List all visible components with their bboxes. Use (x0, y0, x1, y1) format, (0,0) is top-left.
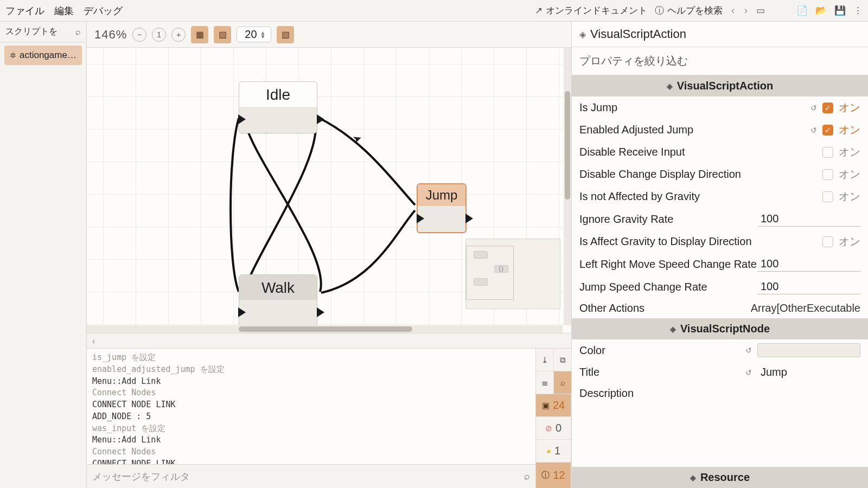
zoom-out-button[interactable]: − (132, 28, 146, 42)
gear-icon: ✲ (10, 51, 16, 60)
script-item-actiongame[interactable]: ✲ actiongame… (4, 46, 82, 65)
console-filter-info[interactable]: ⓘ 12 (536, 463, 571, 488)
checkbox[interactable] (822, 236, 833, 247)
console-line: CONNECT NODE LINK (92, 458, 530, 464)
console-line: Connect Nodes (92, 446, 530, 458)
prop-label: Disable Change Display Direction (579, 168, 822, 181)
checkbox[interactable]: ✓ (822, 125, 833, 136)
array-field[interactable]: Array[OtherExecutable (751, 302, 860, 314)
checkbox[interactable] (822, 147, 833, 158)
object-icon: ◈ (579, 29, 586, 40)
section-label: Resource (700, 471, 750, 484)
node-jump[interactable]: Jump (417, 183, 467, 233)
node-idle-title: Idle (239, 82, 317, 107)
help-search-link[interactable]: ⓘ ヘルプを検索 (655, 4, 723, 17)
prop-label: Title (579, 366, 745, 378)
menubar: ファイル 編集 デバッグ ↗ オンラインドキュメント ⓘ ヘルプを検索 ‹ › … (0, 0, 868, 22)
console-line: is_jump を設定 (92, 352, 530, 364)
scroll-thumb[interactable] (565, 91, 570, 200)
new-file-icon[interactable]: 📄 (796, 5, 808, 16)
prop-label: Disable Receive Input (579, 146, 822, 158)
reset-icon[interactable]: ↺ (745, 368, 752, 377)
prop-jump-speed-change-rate: Jump Speed Change Rate 100 (572, 275, 868, 298)
section-visualscriptnode[interactable]: ◈ VisualScriptNode (572, 318, 868, 339)
console-filter-input[interactable]: メッセージをフィルタ (92, 470, 519, 483)
collapse-bar[interactable]: ‹ (87, 333, 571, 348)
port-out-icon[interactable] (317, 114, 324, 124)
warning-icon: ▣ (542, 401, 550, 410)
number-input[interactable]: 100 (757, 211, 860, 227)
script-search-placeholder: スクリプトを (5, 26, 75, 37)
script-list-panel: スクリプトを ⌕ ✲ actiongame… (0, 22, 87, 488)
history-back-button[interactable]: ‹ (730, 5, 736, 16)
graph-canvas[interactable]: Idle Walk Jump (87, 48, 571, 333)
console-filter-error[interactable]: ⊘ 0 (536, 417, 571, 440)
scroll-thumb[interactable] (239, 326, 412, 332)
console-line: enabled_adjusted_jump を設定 (92, 364, 530, 376)
checkbox[interactable]: ✓ (822, 102, 833, 113)
reset-icon[interactable]: ↺ (810, 126, 817, 134)
number-input[interactable]: 100 (757, 279, 860, 294)
prop-other-actions: Other Actions Array[OtherExecutable (572, 298, 868, 318)
grid-step-input[interactable]: 20 ▲▼ (237, 27, 271, 42)
canvas-toolbar: 146% − 1 + ▦ ▨ 20 ▲▼ ▧ (87, 22, 571, 48)
menu-file[interactable]: ファイル (5, 4, 44, 17)
grid-toggle-c[interactable]: ▧ (277, 26, 294, 43)
reset-icon[interactable]: ↺ (745, 346, 752, 355)
section-visualscriptaction[interactable]: ◈ VisualScriptAction (572, 75, 868, 97)
node-walk-title: Walk (239, 275, 317, 300)
prop-label: Enabled Adjusted Jump (579, 124, 810, 136)
port-out-icon[interactable] (465, 214, 473, 223)
kebab-menu-icon[interactable]: ⋮ (853, 5, 863, 16)
console-filter-warning[interactable]: ▣ 24 (536, 394, 571, 417)
prop-title: Title ↺ Jump (572, 361, 868, 383)
prop-label: Is Affect Gravity to Display Direction (579, 235, 822, 248)
port-in-icon[interactable] (417, 214, 424, 223)
info-icon: ⓘ (541, 470, 550, 480)
error-count: 0 (556, 422, 561, 434)
console-btn-copy[interactable]: ⧉ (554, 349, 572, 371)
script-search-row[interactable]: スクリプトを ⌕ (0, 22, 86, 42)
minimap[interactable]: ⟨⟩ (465, 239, 560, 309)
console-btn-search[interactable]: ⌕ (554, 371, 572, 394)
zoom-reset-button[interactable]: 1 (152, 28, 166, 42)
canvas-vscroll[interactable] (564, 48, 571, 325)
console-line: ADD_NODE : 5 (92, 411, 530, 423)
zoom-in-button[interactable]: + (171, 28, 186, 42)
node-idle[interactable]: Idle (239, 81, 317, 133)
external-link-icon: ↗ (535, 5, 542, 16)
checkbox[interactable] (822, 191, 833, 202)
checkbox[interactable] (822, 169, 833, 180)
port-in-icon[interactable] (238, 307, 246, 317)
menu-edit[interactable]: 編集 (54, 4, 74, 17)
console-line: Menu::Add Link (92, 434, 530, 446)
port-out-icon[interactable] (317, 307, 324, 317)
grid-toggle-a[interactable]: ▦ (191, 26, 208, 43)
grid-toggle-b[interactable]: ▨ (214, 26, 231, 43)
console-btn-tree[interactable]: ≣ (536, 371, 554, 394)
open-file-icon[interactable]: 📂 (815, 5, 827, 16)
info-count: 12 (553, 469, 565, 481)
port-in-icon[interactable] (238, 114, 246, 124)
save-file-icon[interactable]: 💾 (834, 5, 846, 16)
section-label: VisualScriptAction (677, 80, 773, 92)
grid-step-value: 20 (245, 28, 257, 41)
number-input[interactable]: 100 (757, 256, 860, 272)
history-forward-button[interactable]: › (743, 5, 749, 16)
console-btn-export[interactable]: ⤓ (536, 349, 554, 371)
layout-icon[interactable]: ▭ (756, 5, 765, 16)
reset-icon[interactable]: ↺ (810, 104, 817, 112)
console-filter-caution[interactable]: ● 1 (536, 440, 571, 463)
console-output[interactable]: is_jump を設定enabled_adjusted_jump を設定Menu… (87, 349, 535, 464)
inspector-path[interactable]: VisualScriptAction (590, 27, 686, 41)
canvas-hscroll[interactable] (87, 325, 563, 333)
console-line: CONNECT NODE LINK (92, 399, 530, 411)
section-resource[interactable]: ◈ Resource (572, 467, 868, 488)
inspector-filter-input[interactable]: プロパティを絞り込む (572, 47, 868, 75)
on-label: オン (839, 145, 860, 159)
text-input[interactable]: Jump (757, 365, 860, 380)
online-docs-link[interactable]: ↗ オンラインドキュメント (535, 4, 647, 17)
color-swatch[interactable] (757, 343, 860, 357)
node-walk[interactable]: Walk (239, 274, 317, 326)
menu-debug[interactable]: デバッグ (84, 4, 123, 17)
